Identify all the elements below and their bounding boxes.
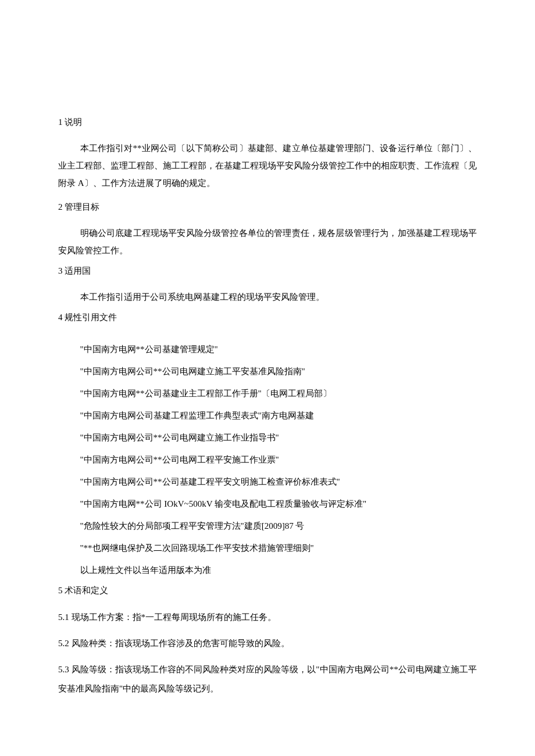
reference-item: "中国南方电网公司**公司电网建立施工作业指导书": [58, 429, 477, 446]
reference-item: "中国南方电网**公司基建管理规定": [58, 341, 477, 358]
section-1-heading: 1 说明: [58, 115, 477, 129]
section-3-paragraph: 本工作指引适用于公司系统电网基建工程的现场平安风险管理。: [58, 288, 477, 306]
definition-item: 5.3 风险等级：指该现场工作容的不同风险种类对应的风险等级，以"中国南方电网公…: [58, 660, 477, 698]
reference-note: 以上规性文件以当年适用版本为准: [58, 561, 477, 579]
section-2-heading: 2 管理目标: [58, 200, 477, 214]
definition-item: 5.1 现场工作方案：指*一工程每周现场所有的施工任务。: [58, 608, 477, 627]
reference-item: "中国南方电网公司基建工程监理工作典型表式"南方电网基建: [58, 407, 477, 424]
section-4-heading: 4 规性引用文件: [58, 310, 477, 324]
section-1-paragraph: 本工作指引对**业网公司〔以下简称公司〕基建部、建立单位基建管理部门、设备运行单…: [58, 139, 477, 192]
reference-item: "危险性较大的分局部项工程平安管理方法"建质[2009]87 号: [58, 517, 477, 535]
section-2-paragraph: 明确公司底建工程现场平安风险分级管控各单位的管理责任，规各层级管理行为，加强基建…: [58, 224, 477, 259]
section-5-heading: 5 术语和定义: [58, 583, 477, 597]
reference-item: "中国南方电网**公司 IOkV~500kV 输变电及配电工程质量验收与评定标准…: [58, 495, 477, 513]
reference-item: "中国南方电网公司**公司电网建立施工平安基准风险指南": [58, 363, 477, 380]
reference-item: "中国南方电网公司**公司基建工程平安文明施工检查评价标准表式": [58, 473, 477, 490]
section-3-heading: 3 适用国: [58, 264, 477, 278]
reference-item: "**也网继电保护及二次回路现场工作平安技术措施管理细则": [58, 539, 477, 557]
reference-item: "中国南方电网公司**公司电网工程平安施工作业票": [58, 451, 477, 468]
definition-item: 5.2 风险种类：指该现场工作容涉及的危害可能导致的风险。: [58, 634, 477, 653]
reference-item: "中国南方电网**公司基建业主工程部工作手册"〔电网工程局部〕: [58, 385, 477, 402]
